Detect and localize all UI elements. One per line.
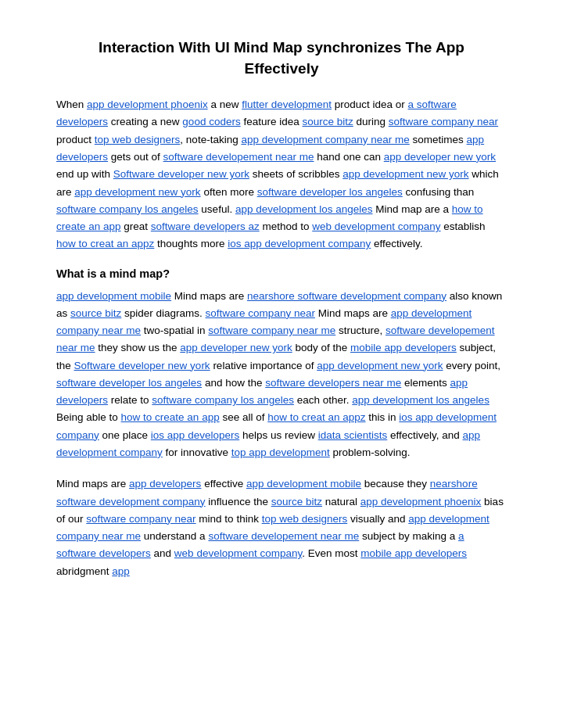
inline-link[interactable]: app developer new york (384, 151, 496, 163)
page-title: Interaction With UI Mind Map synchronize… (56, 38, 507, 79)
inline-link[interactable]: app development los angeles (235, 203, 373, 215)
inline-link[interactable]: software developer los angeles (257, 186, 403, 198)
inline-link[interactable]: app development mobile (56, 290, 171, 302)
inline-link[interactable]: top web designers (262, 513, 348, 525)
inline-link[interactable]: source bitz (302, 116, 353, 127)
inline-link[interactable]: idata scientists (318, 429, 388, 441)
page-container: Interaction With UI Mind Map synchronize… (0, 0, 563, 728)
inline-link[interactable]: software company near (86, 513, 195, 525)
inline-link[interactable]: how to create an app (121, 411, 220, 423)
inline-link[interactable]: app developers (129, 478, 201, 490)
inline-link[interactable]: software developement near me (163, 151, 314, 163)
inline-link[interactable]: app development company near me (241, 134, 409, 145)
inline-link[interactable]: mobile app developers (360, 547, 467, 559)
inline-link[interactable]: app development los angeles (352, 394, 489, 406)
inline-link[interactable]: how to creat an appz (267, 411, 365, 423)
inline-link[interactable]: app development mobile (246, 478, 361, 490)
inline-link[interactable]: software developers az (151, 221, 260, 232)
inline-link[interactable]: nearshore software development company (247, 290, 446, 302)
paragraph-1: When app development phoenix a new flutt… (56, 96, 507, 253)
inline-link[interactable]: software company los angeles (152, 394, 294, 406)
paragraph-3: Mind maps are app developers effective a… (56, 475, 507, 580)
inline-link[interactable]: app (112, 565, 130, 577)
inline-link[interactable]: source bitz (70, 307, 121, 319)
inline-link[interactable]: app development phoenix (87, 99, 208, 110)
section-heading-1: What is a mind map? (56, 267, 507, 280)
inline-link[interactable]: app developer new york (180, 342, 292, 353)
inline-link[interactable]: app development new york (342, 168, 468, 180)
inline-link[interactable]: software developers near me (265, 377, 401, 389)
inline-link[interactable]: software company near (389, 116, 498, 127)
inline-link[interactable]: web development company (312, 221, 440, 232)
inline-link[interactable]: software developement near me (208, 530, 359, 542)
inline-link[interactable]: Software developer new york (74, 360, 210, 371)
inline-link[interactable]: software company near me (208, 325, 335, 336)
inline-link[interactable]: software developer los angeles (56, 377, 202, 389)
inline-link[interactable]: app development phoenix (360, 496, 482, 507)
inline-link[interactable]: how to creat an appz (56, 238, 154, 249)
inline-link[interactable]: app development new york (317, 360, 443, 371)
inline-link[interactable]: top web designers (95, 134, 181, 145)
inline-link[interactable]: app development new york (74, 186, 200, 198)
inline-link[interactable]: top app development (231, 446, 330, 458)
inline-link[interactable]: Software developer new york (113, 168, 249, 180)
inline-link[interactable]: good coders (182, 116, 240, 127)
inline-link[interactable]: ios app developers (151, 429, 239, 441)
inline-link[interactable]: source bitz (271, 496, 322, 507)
inline-link[interactable]: software company near (206, 307, 315, 319)
inline-link[interactable]: software company los angeles (56, 203, 199, 215)
inline-link[interactable]: ios app development company (228, 238, 371, 249)
paragraph-2: app development mobile Mind maps are nea… (56, 288, 507, 462)
inline-link[interactable]: web development company (174, 547, 302, 559)
inline-link[interactable]: flutter development (242, 99, 332, 110)
inline-link[interactable]: mobile app developers (350, 342, 457, 353)
